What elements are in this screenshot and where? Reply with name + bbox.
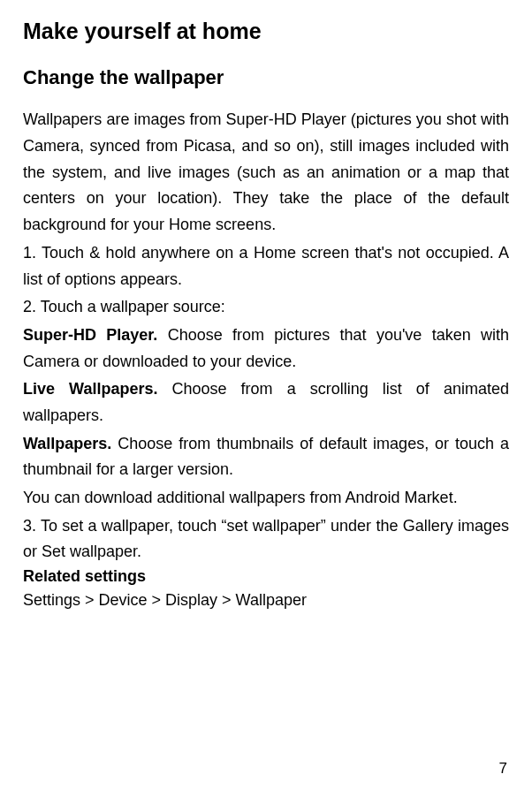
step-1: 1. Touch & hold anywhere on a Home scree…: [23, 240, 509, 292]
source-live-label: Live Wallpapers.: [23, 380, 157, 398]
source-superhd: Super-HD Player. Choose from pictures th…: [23, 323, 509, 375]
step-2: 2. Touch a wallpaper source:: [23, 294, 509, 321]
download-note: You can download additional wallpapers f…: [23, 485, 509, 512]
source-superhd-label: Super-HD Player.: [23, 326, 157, 344]
page-title: Make yourself at home: [23, 18, 509, 44]
source-live-wallpapers: Live Wallpapers. Choose from a scrolling…: [23, 376, 509, 429]
settings-path: Settings > Device > Display > Wallpaper: [23, 588, 509, 613]
source-wallpapers: Wallpapers. Choose from thumbnails of de…: [23, 431, 509, 483]
step-3: 3. To set a wallpaper, touch “set wallpa…: [23, 513, 509, 565]
intro-paragraph: Wallpapers are images from Super-HD Play…: [23, 107, 509, 238]
page-number: 7: [499, 760, 507, 778]
related-settings-heading: Related settings: [23, 567, 509, 586]
section-heading: Change the wallpaper: [23, 66, 509, 89]
source-wallpapers-label: Wallpapers.: [23, 435, 111, 452]
